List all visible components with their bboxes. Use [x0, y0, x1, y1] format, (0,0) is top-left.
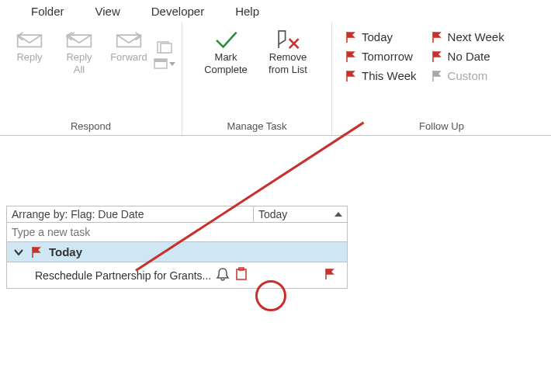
sort-ascending-icon — [334, 212, 342, 217]
reply-all-label-2: All — [74, 64, 85, 75]
arrange-header[interactable]: Arrange by: Flag: Due Date Today — [7, 206, 347, 223]
followup-today-label: Today — [362, 30, 393, 43]
followup-today[interactable]: Today — [345, 30, 417, 43]
followup-this-week-label: This Week — [362, 69, 417, 82]
svg-rect-3 — [154, 59, 167, 62]
mark-complete-label-1: Mark — [215, 52, 237, 63]
flag-icon — [431, 50, 443, 63]
followup-tomorrow[interactable]: Tomorrow — [345, 50, 417, 63]
flag-icon — [345, 70, 357, 82]
reply-label: Reply — [16, 52, 42, 63]
flag-icon — [324, 268, 336, 280]
menu-help[interactable]: Help — [235, 5, 259, 18]
respond-more[interactable] — [154, 26, 175, 69]
new-task-row[interactable] — [7, 223, 347, 242]
menu-view[interactable]: View — [95, 5, 120, 18]
mark-complete-button[interactable]: Mark Complete — [195, 26, 257, 76]
followup-this-week[interactable]: This Week — [345, 69, 417, 82]
followup-custom-label: Custom — [448, 69, 488, 82]
bell-icon — [216, 267, 230, 283]
reply-all-button[interactable]: Reply All — [54, 26, 104, 76]
forward-button[interactable]: Forward — [104, 26, 154, 63]
remove-from-list-label-1: Remove — [269, 52, 307, 63]
followup-no-date[interactable]: No Date — [431, 50, 504, 63]
mark-complete-label-2: Complete — [204, 64, 248, 75]
task-title: Reschedule Partnership for Grants... — [35, 269, 211, 282]
reply-all-label-1: Reply — [66, 52, 92, 63]
task-pane: Arrange by: Flag: Due Date Today Today R… — [6, 206, 348, 289]
new-task-input[interactable] — [7, 223, 347, 241]
group-manage-task-label: Manage Task — [187, 119, 327, 134]
followup-next-week[interactable]: Next Week — [431, 30, 504, 43]
task-flag[interactable] — [324, 268, 341, 283]
group-follow-up: Today Next Week Tomorrow No Date This We… — [332, 23, 551, 135]
menu-developer[interactable]: Developer — [151, 5, 204, 18]
svg-rect-1 — [161, 43, 172, 53]
arrange-sort-label: Today — [258, 208, 287, 220]
remove-from-list-label-2: from List — [269, 64, 307, 75]
menu-bar: Folder View Developer Help — [0, 0, 551, 23]
followup-custom[interactable]: Custom — [431, 69, 504, 82]
flag-icon — [30, 246, 43, 258]
ribbon: Reply Reply All Forward Respond Mark — [0, 23, 551, 136]
clipboard-icon — [234, 267, 248, 283]
group-manage-task: Mark Complete Remove from List Manage Ta… — [182, 23, 332, 135]
group-follow-up-label: Follow Up — [337, 119, 546, 134]
arrange-by-label[interactable]: Arrange by: Flag: Due Date — [7, 206, 254, 222]
flag-icon — [345, 50, 357, 63]
task-row[interactable]: Reschedule Partnership for Grants... — [7, 262, 347, 288]
group-respond: Reply Reply All Forward Respond — [0, 23, 182, 135]
group-respond-label: Respond — [5, 119, 177, 134]
followup-tomorrow-label: Tomorrow — [362, 50, 413, 63]
flag-icon — [345, 31, 357, 43]
svg-rect-5 — [237, 269, 246, 279]
flag-icon — [431, 70, 443, 82]
remove-from-list-button[interactable]: Remove from List — [257, 26, 319, 76]
flag-icon — [431, 31, 443, 43]
chevron-down-icon — [13, 247, 24, 258]
followup-no-date-label: No Date — [448, 50, 490, 63]
task-group-header[interactable]: Today — [7, 242, 347, 262]
reply-button[interactable]: Reply — [5, 26, 54, 63]
forward-label: Forward — [110, 52, 147, 63]
menu-folder[interactable]: Folder — [31, 5, 64, 18]
arrange-sort[interactable]: Today — [254, 206, 347, 222]
task-group-header-label: Today — [49, 245, 82, 258]
followup-next-week-label: Next Week — [448, 30, 504, 43]
